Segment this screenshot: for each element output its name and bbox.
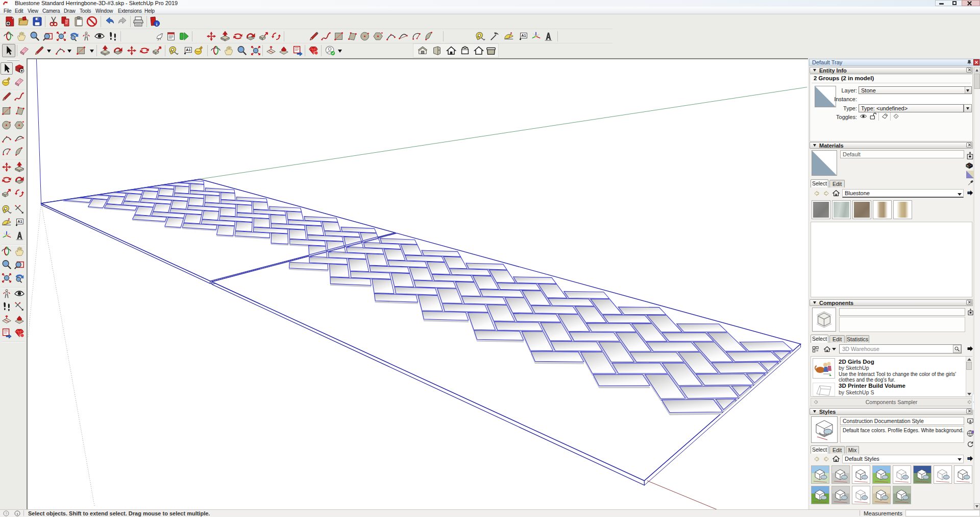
svg-text:A1: A1 — [17, 219, 22, 224]
svg-text:A1: A1 — [521, 33, 526, 38]
svg-text:i: i — [17, 512, 18, 516]
svg-text:?: ? — [5, 512, 7, 515]
svg-text:A1: A1 — [186, 48, 190, 52]
